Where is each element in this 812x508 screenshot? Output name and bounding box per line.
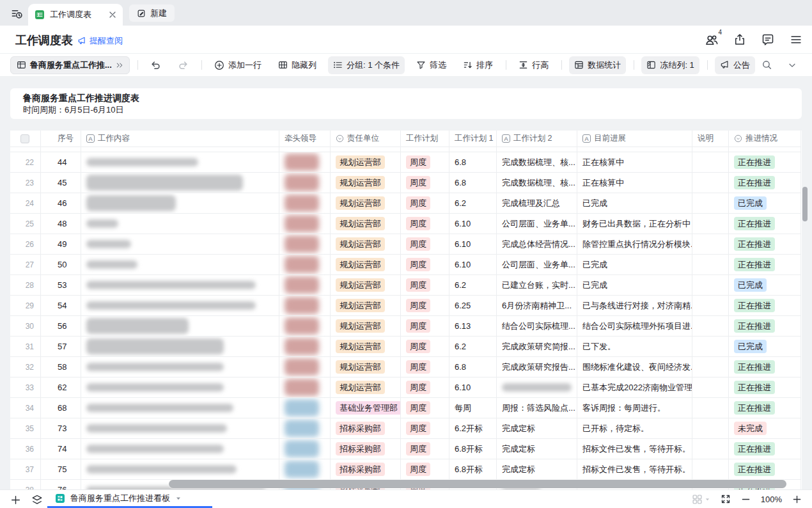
status-tag[interactable]: 正在推进 [734,381,775,394]
cell-responsible-unit[interactable]: 招标采购部 [331,459,401,480]
cell-work-plan-2[interactable]: 完成定标 [497,459,577,480]
cell-progress-status[interactable]: 正在推进 [729,255,801,275]
cell-work-content[interactable] [81,398,279,418]
cell-current-progress[interactable]: 财务已出具数据，正在分析中 [577,214,692,234]
status-tag[interactable]: 未完成 [734,422,767,435]
cell-work-plan[interactable]: 周度 [401,275,449,296]
status-tag[interactable]: 正在推进 [734,360,775,374]
cell-current-progress[interactable]: 已与条线进行对接，对济南精... [577,296,692,316]
cell-row-index[interactable]: 37 [10,459,41,480]
cell-work-plan-1[interactable]: 6.2 [449,337,497,357]
unit-tag[interactable]: 规划运营部 [336,340,385,353]
cell-lead-leader[interactable] [279,234,331,255]
cell-current-progress[interactable]: 围绕标准化建设、夜间经济发... [577,357,692,377]
cell-note[interactable] [692,193,729,214]
cell-work-plan-2[interactable]: 完成梳理及汇总 [497,193,577,214]
cell-row-index[interactable]: 30 [10,316,41,337]
cell-work-plan-2[interactable]: 公司层面、业务单... [497,214,577,234]
cell-seq[interactable]: 58 [41,357,81,377]
cell-lead-leader[interactable] [279,398,331,418]
cell-current-progress[interactable]: 已完成 [577,255,692,275]
cell-seq[interactable]: 50 [41,255,81,275]
statistics-button[interactable]: 数据统计 [569,56,626,74]
status-tag[interactable]: 正在推进 [734,237,775,251]
cell-lead-leader[interactable] [279,296,331,316]
unit-tag[interactable]: 基础业务管理部 [336,401,401,415]
cell-work-plan[interactable]: 周度 [401,377,449,398]
menu-button[interactable] [789,33,803,47]
cell-current-progress[interactable]: 已基本完成2022济南物业管理... [577,377,692,398]
plan-tag[interactable]: 周度 [406,442,430,456]
cell-progress-status[interactable]: 正在推进 [729,173,801,193]
column-header[interactable]: 工作计划 [401,131,449,147]
status-tag[interactable]: 正在推进 [734,217,775,230]
history-sidebar-button[interactable] [8,5,26,22]
cell-seq[interactable]: 76 [41,480,81,489]
cell-work-plan-2[interactable] [497,377,577,398]
cell-work-plan-2[interactable]: 公司层面、业务单... [497,255,577,275]
cell-responsible-unit[interactable]: 规划运营部 [331,234,401,255]
cell-progress-status[interactable]: 正在推进 [729,377,801,398]
unit-tag[interactable]: 规划运营部 [336,196,385,210]
cell-current-progress[interactable]: 已下发。 [577,337,692,357]
cell-note[interactable] [692,275,729,296]
cell-note[interactable] [692,152,729,173]
cell-current-progress[interactable]: 正在核算中 [577,173,692,193]
cell-note[interactable] [692,255,729,275]
cell-work-plan-2[interactable]: 完成定标 [497,418,577,439]
unit-tag[interactable]: 规划运营部 [336,278,385,292]
plan-tag[interactable]: 周度 [406,401,430,415]
cell-progress-status[interactable]: 未完成 [729,418,801,439]
cell-seq[interactable]: 75 [41,459,81,480]
cell-work-plan[interactable]: 周度 [401,234,449,255]
cell-work-plan[interactable]: 周度 [401,316,449,337]
cell-note[interactable] [692,173,729,193]
column-header[interactable]: A目前进展 [577,131,692,147]
cell-work-plan-1[interactable]: 每周 [449,398,497,418]
cell-responsible-unit[interactable]: 规划运营部 [331,193,401,214]
cell-work-plan-2[interactable]: 完成总体经营情况... [497,234,577,255]
cell-progress-status[interactable]: 已完成 [729,337,801,357]
cell-work-content[interactable] [81,296,279,316]
cell-work-plan-1[interactable]: 6.2开标 [449,418,497,439]
status-tag[interactable]: 正在推进 [734,401,775,415]
cell-progress-status[interactable]: 正在推进 [729,296,801,316]
cell-progress-status[interactable]: 正在推进 [729,357,801,377]
unit-tag[interactable]: 规划运营部 [336,155,385,169]
cell-work-content[interactable] [81,214,279,234]
cell-current-progress[interactable]: 招标文件已发售，等待开标。 [577,459,692,480]
cell-work-plan-2[interactable]: 完成数据梳理、核... [497,152,577,173]
unit-tag[interactable]: 规划运营部 [336,319,385,333]
cell-work-plan[interactable]: 周度 [401,214,449,234]
cell-progress-status[interactable]: 已完成 [729,193,801,214]
cell-work-plan[interactable]: 周度 [401,152,449,173]
cell-row-index[interactable]: 29 [10,296,41,316]
column-header[interactable]: 序号 [41,131,81,147]
sort-button[interactable]: 排序 [458,56,498,74]
unit-tag[interactable]: 规划运营部 [336,176,385,189]
horizontal-scrollbar[interactable] [169,480,786,488]
cell-work-content[interactable] [81,377,279,398]
cell-seq[interactable]: 62 [41,377,81,398]
cell-work-plan-2[interactable]: 6月份济南精神卫... [497,296,577,316]
zoom-out-button[interactable] [741,495,751,504]
cell-row-index[interactable]: 25 [10,214,41,234]
cell-responsible-unit[interactable]: 规划运营部 [331,152,401,173]
plan-tag[interactable]: 周度 [406,196,430,210]
cell-note[interactable] [692,296,729,316]
cell-current-progress[interactable]: 已完成 [577,193,692,214]
cell-row-index[interactable]: 23 [10,173,41,193]
cell-row-index[interactable]: 38 [10,480,41,489]
cell-work-content[interactable] [81,152,279,173]
cell-row-index[interactable]: 33 [10,377,41,398]
cell-seq[interactable]: 74 [41,439,81,459]
cell-lead-leader[interactable] [279,152,331,173]
cell-responsible-unit[interactable]: 规划运营部 [331,173,401,193]
cell-responsible-unit[interactable]: 基础业务管理部 [331,398,401,418]
cell-current-progress[interactable]: 已开标，待定标。 [577,418,692,439]
add-row-button[interactable]: 添加一行 [209,56,267,74]
cell-work-plan-2[interactable]: 完成定标 [497,439,577,459]
status-tag[interactable]: 已完成 [734,340,767,353]
cell-row-index[interactable]: 31 [10,337,41,357]
cell-row-index[interactable]: 36 [10,439,41,459]
